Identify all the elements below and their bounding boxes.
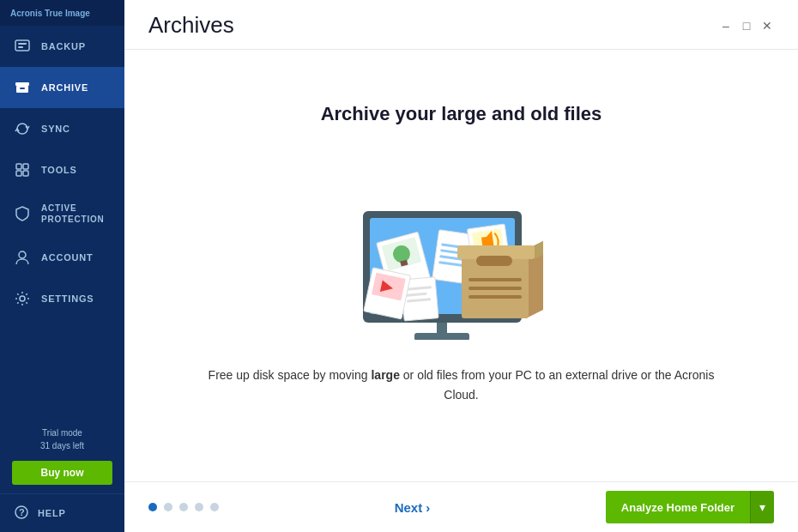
next-button[interactable]: Next › bbox=[395, 500, 431, 515]
chevron-down-icon: ▾ bbox=[759, 500, 765, 514]
svg-rect-9 bbox=[23, 171, 28, 176]
svg-point-11 bbox=[20, 296, 25, 301]
pagination-dot-5[interactable] bbox=[210, 503, 219, 511]
minimize-button[interactable]: – bbox=[719, 19, 733, 33]
sidebar-protection-label: ACTIVE PROTECTION bbox=[41, 203, 111, 225]
help-label: HELP bbox=[38, 508, 66, 518]
pagination-dot-4[interactable] bbox=[195, 503, 203, 511]
account-icon bbox=[14, 249, 31, 266]
svg-rect-43 bbox=[469, 287, 522, 290]
close-button[interactable]: ✕ bbox=[760, 19, 774, 33]
sidebar-item-sync[interactable]: SYNC bbox=[0, 108, 124, 149]
archive-headline: Archive your large and old files bbox=[321, 103, 602, 125]
settings-icon bbox=[14, 290, 31, 307]
svg-rect-8 bbox=[16, 171, 21, 176]
main-panel: Archives – □ ✕ Archive your large and ol… bbox=[124, 0, 798, 532]
sidebar-item-backup[interactable]: BACKUP bbox=[0, 26, 124, 67]
sidebar: Acronis True Image BACKUP ARCHIVE bbox=[0, 0, 124, 532]
svg-rect-17 bbox=[414, 333, 469, 340]
trial-info: Trial mode 31 days left bbox=[0, 418, 124, 457]
sidebar-account-label: ACCOUNT bbox=[41, 252, 94, 263]
svg-point-10 bbox=[19, 251, 26, 258]
buy-now-button[interactable]: Buy now bbox=[12, 461, 112, 485]
svg-rect-44 bbox=[469, 295, 522, 299]
svg-rect-7 bbox=[23, 164, 28, 169]
sidebar-item-archive[interactable]: ARCHIVE bbox=[0, 67, 124, 108]
days-left-text: 31 days left bbox=[12, 439, 112, 452]
app-logo: Acronis True Image bbox=[0, 0, 124, 26]
sidebar-sync-label: SYNC bbox=[41, 124, 70, 134]
page-title: Archives bbox=[148, 12, 234, 39]
sidebar-item-settings[interactable]: SETTINGS bbox=[0, 278, 124, 319]
sidebar-item-active-protection[interactable]: ACTIVE PROTECTION bbox=[0, 190, 124, 237]
sync-icon bbox=[14, 120, 31, 137]
help-icon: ? bbox=[14, 505, 29, 522]
svg-rect-1 bbox=[18, 43, 27, 45]
chevron-right-icon: › bbox=[426, 500, 430, 515]
backup-icon bbox=[14, 38, 31, 55]
svg-rect-0 bbox=[15, 40, 29, 51]
maximize-button[interactable]: □ bbox=[740, 19, 753, 33]
pagination-dot-3[interactable] bbox=[179, 503, 188, 511]
archive-icon bbox=[14, 79, 31, 96]
pagination-dot-2[interactable] bbox=[164, 503, 172, 511]
svg-rect-3 bbox=[15, 82, 29, 86]
sidebar-backup-label: BACKUP bbox=[41, 41, 86, 51]
main-header: Archives – □ ✕ bbox=[124, 0, 798, 50]
sidebar-archive-label: ARCHIVE bbox=[41, 82, 88, 93]
tools-icon bbox=[14, 161, 31, 178]
logo-text: Acronis True Image bbox=[10, 9, 90, 18]
svg-rect-41 bbox=[476, 256, 512, 266]
archive-description: Free up disk space by moving large or ol… bbox=[196, 366, 728, 404]
svg-rect-5 bbox=[20, 88, 25, 89]
window-controls: – □ ✕ bbox=[719, 19, 774, 33]
sidebar-settings-label: SETTINGS bbox=[41, 293, 94, 304]
pagination bbox=[148, 503, 219, 511]
sidebar-item-tools[interactable]: TOOLS bbox=[0, 149, 124, 190]
main-content: Archive your large and old files bbox=[124, 50, 798, 481]
pagination-dot-1[interactable] bbox=[148, 503, 157, 511]
svg-rect-6 bbox=[16, 164, 21, 169]
analyze-home-folder-button[interactable]: Analyze Home Folder bbox=[606, 491, 750, 523]
bottom-bar: Next › Analyze Home Folder ▾ bbox=[124, 481, 798, 532]
svg-rect-2 bbox=[18, 46, 23, 48]
shield-icon bbox=[14, 205, 31, 222]
sidebar-item-help[interactable]: ? HELP bbox=[0, 493, 124, 532]
analyze-btn-group: Analyze Home Folder ▾ bbox=[606, 491, 774, 523]
archive-illustration bbox=[337, 151, 586, 340]
sidebar-tools-label: TOOLS bbox=[41, 165, 77, 175]
svg-text:?: ? bbox=[19, 507, 26, 517]
trial-mode-text: Trial mode bbox=[12, 426, 112, 439]
analyze-dropdown-button[interactable]: ▾ bbox=[750, 491, 774, 523]
sidebar-item-account[interactable]: ACCOUNT bbox=[0, 237, 124, 278]
svg-rect-42 bbox=[469, 278, 522, 281]
